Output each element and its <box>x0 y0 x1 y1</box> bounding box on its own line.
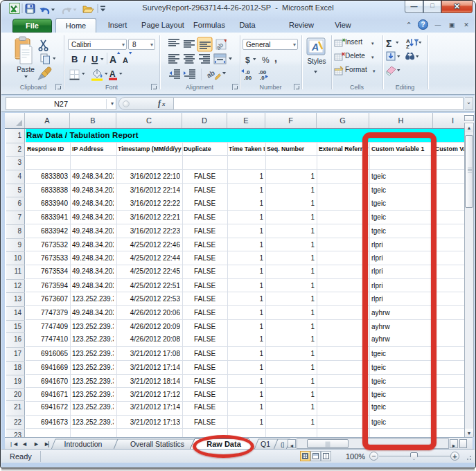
svg-text:A: A <box>109 69 116 79</box>
svg-text:.00: .00 <box>244 75 252 81</box>
svg-text:A: A <box>311 42 319 53</box>
svg-text:Introduction: Introduction <box>64 440 103 448</box>
svg-text:Z: Z <box>406 44 409 50</box>
svg-text:,: , <box>274 53 277 64</box>
svg-text:Σ: Σ <box>386 38 391 49</box>
svg-text:%: % <box>262 55 270 65</box>
svg-text:ab: ab <box>205 69 216 79</box>
svg-text:$: $ <box>245 55 250 65</box>
svg-text:A: A <box>123 56 128 64</box>
svg-text:(|: (| <box>281 441 284 448</box>
svg-text:I: I <box>83 54 86 64</box>
svg-text:A: A <box>109 54 116 65</box>
svg-text:Q1: Q1 <box>261 440 270 448</box>
svg-text:Overall Statistics: Overall Statistics <box>130 440 184 448</box>
svg-text:.0: .0 <box>260 75 265 81</box>
svg-text:U: U <box>91 54 98 64</box>
svg-text:B: B <box>71 54 78 64</box>
